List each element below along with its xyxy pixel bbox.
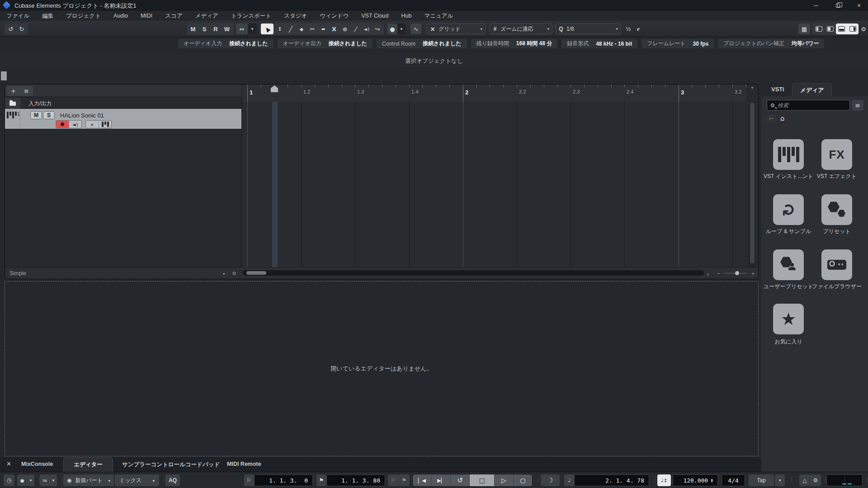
audio-record-mode-dropdown[interactable] [50,474,57,486]
go-to-right-locator-button[interactable] [316,474,326,486]
quantize-dropdown[interactable]: Q 1/8 [555,23,621,34]
menu-media[interactable]: メディア [195,12,218,20]
menu-vst-cloud[interactable]: VST Cloud [361,13,388,19]
right-locator-display[interactable]: 1. 1. 3. 80 [326,474,385,486]
tempo-track-toggle[interactable] [657,474,671,486]
erase-tool[interactable] [296,23,307,34]
tile-user-presets[interactable] [773,249,804,280]
left-zone-divider-handle[interactable] [1,71,7,80]
home-button[interactable] [780,114,785,122]
menu-project[interactable]: プロジェクト [66,12,101,20]
menu-midi[interactable]: MIDI [141,13,152,19]
stop-button[interactable] [470,474,494,486]
zoom-in-button[interactable] [751,271,755,277]
swing-quantize-button[interactable]: ½ [624,23,633,34]
play-tool[interactable] [361,23,372,34]
zoom-tool[interactable] [340,23,350,34]
feedback-tool[interactable] [372,23,383,34]
punch-in-button[interactable] [388,474,399,486]
autoscroll-button[interactable] [236,23,248,34]
primary-time-display[interactable]: 2. 1. 4. 78 [574,474,649,486]
line-tool[interactable] [350,23,361,34]
track-solo-button[interactable]: S [43,111,55,119]
automation-panel-button[interactable] [410,23,421,34]
result-list-view-button[interactable] [852,100,863,111]
auto-quantize-button[interactable]: AQ [165,474,180,486]
track-name[interactable]: HALion Sonic 01 [60,112,104,119]
track-controls-settings-icon[interactable] [232,271,236,277]
color-menu-dropdown[interactable] [397,23,406,34]
menu-studio[interactable]: スタジオ [284,12,307,20]
time-display-options-button[interactable] [4,474,14,486]
left-locator-display[interactable]: 1. 1. 3. 0 [254,474,313,486]
horizontal-scrollbar[interactable] [243,270,704,276]
menu-audio[interactable]: Audio [113,13,128,19]
vertical-scrollbar[interactable] [749,102,755,267]
menu-edit[interactable]: 編集 [42,12,53,20]
tab-editor[interactable]: エディター [63,457,113,472]
play-button[interactable] [495,474,514,486]
tab-vsti[interactable]: VSTi [771,86,784,93]
punch-out-button[interactable] [399,474,410,486]
redo-button[interactable] [16,23,27,34]
preset-dropdown-icon[interactable] [223,271,225,277]
time-signature-display[interactable]: 4/4 [722,474,745,486]
menu-window[interactable]: ウィンドウ [320,12,349,20]
track-mute-button[interactable]: M [30,111,42,119]
track-controls-preset[interactable]: Simple [9,270,26,277]
onscreen-keyboard-button[interactable] [798,23,810,34]
tile-vst-effects[interactable]: FX [821,139,852,170]
horizontal-scroll-thumb[interactable] [246,271,266,275]
tile-loops-samples[interactable]: ↻ [773,194,804,225]
left-zone-toggle[interactable] [813,23,825,34]
audio-insert-mode-button[interactable]: ミックス [115,474,159,486]
record-enable-button[interactable] [56,121,69,128]
maximize-button[interactable] [829,0,847,11]
midi-record-mode-button[interactable]: 新規パート [63,474,114,486]
edit-instrument-button[interactable] [99,121,111,128]
menu-file[interactable]: ファイル [6,12,29,20]
media-search-input[interactable]: 検索 [767,100,850,111]
close-button[interactable]: × [850,0,868,11]
record-button[interactable] [514,474,532,486]
mute-tool[interactable] [329,23,340,34]
quantize-panel-button[interactable]: e [634,23,643,34]
zoom-out-button[interactable] [717,271,721,277]
glue-tool[interactable] [318,23,329,34]
read-automation-button[interactable]: R [210,23,221,34]
record-mode-dropdown[interactable] [27,474,34,486]
zoom-slider[interactable] [724,273,747,274]
audio-record-mode-button[interactable] [40,474,50,486]
lower-zone-editor[interactable]: 開いているエディターはありません。 [5,281,759,456]
tempo-spinner[interactable]: ▲▼ [711,478,713,483]
grid-type-dropdown[interactable]: # ズームに適応 [489,23,552,34]
instrument-track-row[interactable]: 1 M S HALion Sonic 01 e [5,109,241,129]
draw-tool[interactable] [285,23,296,34]
menu-score[interactable]: スコア [165,12,182,20]
zoom-slider-thumb[interactable] [735,271,739,275]
autoscroll-options-dropdown[interactable] [248,23,257,34]
tab-sampler-control[interactable]: サンプラーコントロール [122,461,185,469]
tile-presets[interactable] [821,194,852,225]
tile-file-browser[interactable] [821,249,852,280]
tab-mixconsole[interactable]: MixConsole [21,461,53,467]
minimize-button[interactable] [807,0,825,11]
cycle-button[interactable] [451,474,470,486]
right-zone-toggle[interactable] [847,23,859,34]
tempo-display[interactable]: 120.000 ▲▼ [673,474,718,486]
left-zone-wide-toggle[interactable] [825,23,836,34]
scroll-right-button[interactable] [707,271,709,278]
go-to-end-button[interactable] [432,474,451,486]
undo-button[interactable] [5,23,16,34]
timeline-ruler[interactable]: 1 1.2 1.3 1.4 2 2.2 2.3 2.4 3 3.2 [241,84,746,102]
edit-channel-button[interactable]: e [86,121,99,128]
range-selection-tool[interactable] [274,23,285,34]
folder-track-row[interactable]: 入力/出力 [5,98,241,109]
menu-manual[interactable]: マニュアル [424,12,453,20]
time-format-icon[interactable] [564,474,574,486]
shuttle-button[interactable] [541,474,560,486]
tile-vst-instruments[interactable] [773,139,804,170]
tab-midi-remote[interactable]: MIDI Remote [227,461,261,467]
solo-all-button[interactable]: S [199,23,210,34]
go-to-start-button[interactable] [413,474,432,486]
